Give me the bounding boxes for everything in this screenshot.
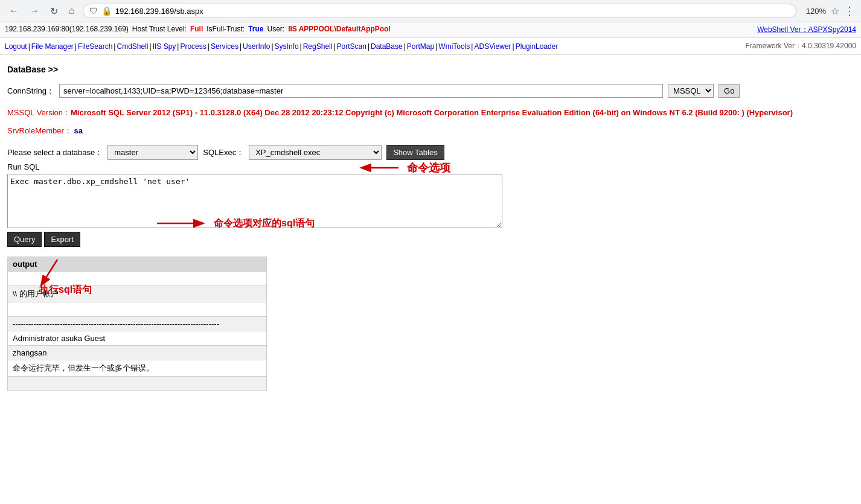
cert-icon: 🔒 (101, 6, 112, 16)
db-type-select[interactable]: MSSQL MySQL Oracle (668, 84, 714, 98)
output-table: output \\ 的用户帐户 ------------------------… (7, 257, 267, 391)
framework-info: Framework Ver：4.0.30319.42000 (746, 41, 856, 51)
isfull-value: True (248, 25, 263, 35)
sqlexec-label: SQLExec： (203, 147, 244, 158)
nav-filesearch[interactable]: FileSearch (78, 42, 112, 51)
export-button[interactable]: Export (44, 232, 80, 247)
status-bar: 192.168.239.169:80(192.168.239.169) Host… (0, 22, 861, 38)
webshell-link[interactable]: WebShell Ver：ASPXSpy2014 (757, 25, 856, 34)
conn-string-input[interactable] (59, 84, 663, 98)
nav-logout[interactable]: Logout (5, 42, 27, 51)
zoom-level: 120% (806, 7, 826, 16)
version-text: MSSQL Version：Microsoft SQL Server 2012 … (7, 107, 854, 118)
nav-cmdshell[interactable]: CmdShell (117, 42, 148, 51)
nav-portmap[interactable]: PortMap (407, 42, 434, 51)
trust-value: Full (190, 25, 203, 35)
action-buttons: Query Export (7, 232, 854, 247)
home-button[interactable]: ⌂ (66, 4, 78, 18)
nav-regshell[interactable]: RegShell (303, 42, 333, 51)
output-tbody: \\ 的用户帐户 -------------------------------… (8, 272, 267, 391)
nav-wmitools[interactable]: WmiTools (438, 42, 470, 51)
srvrole-value: sa (74, 126, 83, 135)
nav-database[interactable]: DataBase (371, 42, 403, 51)
menu-button[interactable]: ⋮ (844, 4, 855, 18)
nav-links: Logout | File Manager | FileSearch | Cmd… (5, 42, 558, 51)
conn-row: ConnString： MSSQL MySQL Oracle Go (7, 84, 854, 98)
query-button[interactable]: Query (7, 232, 42, 247)
address-input[interactable] (115, 7, 790, 16)
isfull-label: IsFull-Trust: (206, 25, 245, 35)
address-bar-container: 🛡 🔒 (83, 4, 796, 18)
status-ip: 192.168.239.169:80(192.168.239.169) (5, 25, 129, 35)
sqlexec-select[interactable]: XP_cmdshell exec SELECT INSERT UPDATE (249, 145, 382, 160)
nav-userinfo[interactable]: UserInfo (243, 42, 270, 51)
table-row: \\ 的用户帐户 (8, 286, 267, 302)
run-sql-label: Run SQL (7, 162, 854, 171)
user-label: User: (267, 25, 284, 35)
host-trust-label: Host Trust Level: (132, 25, 187, 35)
sql-textarea[interactable]: Exec master.dbo.xp_cmdshell 'net user' (7, 174, 502, 228)
db-select-label: Please select a database： (7, 147, 103, 158)
nav-process[interactable]: Process (180, 42, 206, 51)
bookmark-button[interactable]: ☆ (831, 5, 839, 17)
main-content: DataBase >> ConnString： MSSQL MySQL Orac… (0, 55, 861, 401)
table-row (8, 302, 267, 317)
version-value: Microsoft SQL Server 2012 (SP1) - 11.0.3… (71, 108, 793, 117)
nav-services[interactable]: Services (211, 42, 238, 51)
user-value: IIS APPPOOL\DefaultAppPool (288, 25, 391, 35)
shield-icon: 🛡 (89, 6, 98, 16)
table-row (8, 377, 267, 391)
table-row: zhangsan (8, 346, 267, 360)
conn-label: ConnString： (7, 86, 54, 97)
database-select[interactable]: master tempdb model msdb (107, 145, 198, 160)
forward-button[interactable]: → (27, 4, 42, 18)
db-select-row: Please select a database： master tempdb … (7, 145, 854, 160)
srvrole-row: SrvRoleMember： sa (7, 126, 854, 136)
nav-pluginloader[interactable]: PluginLoader (516, 42, 559, 51)
table-row: Administrator asuka Guest (8, 331, 267, 346)
table-row: 命令运行完毕，但发生一个或多个错误。 (8, 360, 267, 377)
nav-adsviewer[interactable]: ADSViewer (474, 42, 511, 51)
page-title: DataBase >> (7, 65, 854, 74)
nav-portscan[interactable]: PortScan (337, 42, 366, 51)
table-row: ----------------------------------------… (8, 317, 267, 331)
version-label: MSSQL Version： (7, 108, 71, 117)
nav-bar: Logout | File Manager | FileSearch | Cmd… (0, 38, 861, 55)
show-tables-button[interactable]: Show Tables (386, 145, 444, 160)
srvrole-label: SrvRoleMember： (7, 126, 72, 135)
nav-iis-spy[interactable]: IIS Spy (153, 42, 176, 51)
back-button[interactable]: ← (6, 4, 22, 18)
go-button[interactable]: Go (719, 84, 740, 98)
table-row (8, 272, 267, 286)
nav-file-manager[interactable]: File Manager (31, 42, 74, 51)
output-header: output (8, 257, 267, 272)
reload-button[interactable]: ↻ (47, 4, 61, 18)
nav-sysinfo[interactable]: SysInfo (275, 42, 299, 51)
